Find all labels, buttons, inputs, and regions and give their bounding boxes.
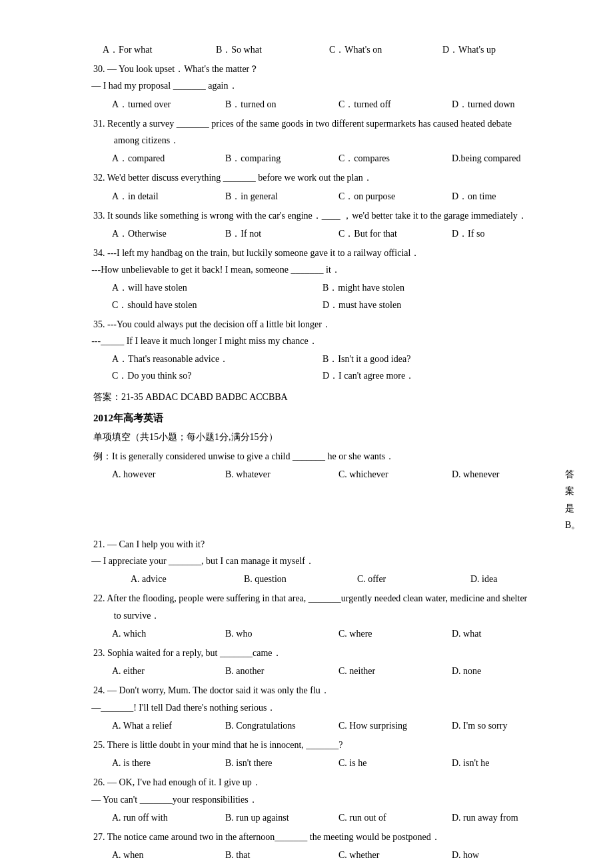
q22-options: A. which B. who C. where D. what: [93, 625, 533, 642]
question-27: 27. The notice came around two in the af…: [93, 829, 533, 863]
q27-optA: A. when: [112, 847, 225, 863]
q30-optC: C．turned off: [338, 96, 452, 113]
q23-optC: C. neither: [338, 663, 452, 679]
q21-optA: A. advice: [131, 571, 244, 587]
q26-optC: C. run out of: [338, 809, 452, 826]
question-24: 24. — Don't worry, Mum. The doctor said …: [93, 682, 533, 734]
example-optC: C. whichever: [338, 466, 452, 533]
q31-text: 31. Recently a survey _______ prices of …: [93, 115, 533, 149]
option-A-intro: A．For what: [103, 41, 216, 58]
option-C-intro: C．What's on: [329, 41, 442, 58]
q26-optD: D. run away from: [452, 809, 565, 826]
q31-optD: D.being compared: [452, 150, 565, 167]
q33-options: A．Otherwise B．If not C．But for that D．If…: [93, 225, 533, 242]
q24-line2: —_______! I'll tell Dad there's nothing …: [93, 699, 533, 716]
q30-optA: A．turned over: [112, 96, 225, 113]
answer-2135: 答案：21-35 ABDAC DCABD BADBC ACCBBA: [93, 389, 533, 405]
q34-optD: D．must have stolen: [322, 297, 533, 313]
q30-optB: B．turned on: [225, 96, 338, 113]
section-2012-subtitle: 单项填空（共15小题；每小题1分,满分15分）: [93, 429, 533, 445]
question-25: 25. There is little doubt in your mind t…: [93, 737, 533, 771]
q33-optB: B．If not: [225, 225, 338, 242]
question-22: 22. After the flooding, people were suff…: [93, 590, 533, 642]
q25-optD: D. isn't he: [452, 755, 565, 771]
q35-line2: ---_____ If I leave it much longer I mig…: [93, 333, 533, 349]
q21-options: A. advice B. question C. offer D. idea: [93, 571, 533, 587]
option-D-intro: D．What's up: [442, 41, 556, 58]
q30-options: A．turned over B．turned on C．turned off D…: [93, 96, 533, 113]
q34-optC: C．should have stolen: [112, 297, 322, 313]
q27-optD: D. how: [452, 847, 565, 863]
q31-optA: A．compared: [112, 150, 225, 167]
q30-line2: — I had my proposal _______ again．: [93, 77, 533, 94]
q32-optA: A．in detail: [112, 188, 225, 205]
question-31: 31. Recently a survey _______ prices of …: [93, 115, 533, 167]
q25-optA: A. is there: [112, 755, 225, 771]
q24-line1: 24. — Don't worry, Mum. The doctor said …: [93, 682, 533, 699]
q27-options: A. when B. that C. whether D. how: [93, 847, 533, 863]
q32-text: 32. We'd better discuss everything _____…: [93, 169, 533, 186]
question-30: 30. — You look upset．What's the matter？ …: [93, 61, 533, 113]
example-optA: A. however: [112, 466, 225, 533]
q22-optD: D. what: [452, 625, 565, 642]
q32-optD: D．on time: [452, 188, 565, 205]
q26-optA: A. run off with: [112, 809, 225, 826]
q25-optC: C. is he: [338, 755, 452, 771]
section-2012-title: 2012年高考英语: [93, 409, 533, 427]
example-options: A. however B. whatever C. whichever D. w…: [93, 466, 533, 533]
q21-optB: B. question: [244, 571, 357, 587]
question-32: 32. We'd better discuss everything _____…: [93, 169, 533, 204]
q34-optA: A．will have stolen: [112, 279, 322, 296]
q32-optC: C．on purpose: [338, 188, 452, 205]
example-text: 例：It is generally considered unwise to g…: [93, 448, 533, 465]
q24-options: A. What a relief B. Congratulations C. H…: [93, 717, 533, 734]
q33-text: 33. It sounds like something is wrong wi…: [93, 207, 533, 224]
q27-text: 27. The notice came around two in the af…: [93, 829, 533, 845]
question-35: 35. ---You could always put the decision…: [93, 316, 533, 385]
q31-optC: C．compares: [338, 150, 452, 167]
q25-options: A. is there B. isn't there C. is he D. i…: [93, 755, 533, 771]
q23-optB: B. another: [225, 663, 338, 679]
q27-optC: C. whether: [338, 847, 452, 863]
q23-optD: D. none: [452, 663, 565, 679]
question-23: 23. Sophia waited for a reply, but _____…: [93, 645, 533, 679]
q31-optB: B．comparing: [225, 150, 338, 167]
q33-optC: C．But for that: [338, 225, 452, 242]
q22-optA: A. which: [112, 625, 225, 642]
question-34: 34. ---I left my handbag on the train, b…: [93, 245, 533, 313]
q35-options: A．That's reasonable advice． B．Isn't it a…: [93, 351, 533, 384]
option-B-intro: B．So what: [216, 41, 329, 58]
q35-optA: A．That's reasonable advice．: [112, 351, 322, 367]
q22-optB: B. who: [225, 625, 338, 642]
q25-text: 25. There is little doubt in your mind t…: [93, 737, 533, 753]
example-optD: D. whenever: [452, 466, 565, 533]
q21-optC: C. offer: [357, 571, 470, 587]
example-optB: B. whatever: [225, 466, 338, 533]
q22-text: 22. After the flooding, people were suff…: [93, 590, 533, 623]
q26-optB: B. run up against: [225, 809, 338, 826]
q33-optA: A．Otherwise: [112, 225, 225, 242]
q21-line2: — I appreciate your _______, but I can m…: [93, 553, 533, 569]
q30-text: 30. — You look upset．What's the matter？: [93, 61, 533, 77]
q35-optD: D．I can't agree more．: [322, 367, 533, 384]
q26-line1: 26. — OK, I've had enough of it. I give …: [93, 774, 533, 791]
q23-options: A. either B. another C. neither D. none: [93, 663, 533, 679]
q23-text: 23. Sophia waited for a reply, but _____…: [93, 645, 533, 661]
q24-optC: C. How surprising: [338, 717, 452, 734]
q24-optB: B. Congratulations: [225, 717, 338, 734]
q22-optC: C. where: [338, 625, 452, 642]
q32-options: A．in detail B．in general C．on purpose D．…: [93, 188, 533, 205]
q35-optB: B．Isn't it a good idea?: [322, 351, 533, 367]
question-21: 21. — Can I help you with it? — I apprec…: [93, 536, 533, 588]
intro-options-row: A．For what B．So what C．What's on D．What'…: [93, 41, 533, 58]
q32-optB: B．in general: [225, 188, 338, 205]
q27-optB: B. that: [225, 847, 338, 863]
q26-options: A. run off with B. run up against C. run…: [93, 809, 533, 826]
q21-line1: 21. — Can I help you with it?: [93, 536, 533, 553]
question-26: 26. — OK, I've had enough of it. I give …: [93, 774, 533, 826]
q24-optD: D. I'm so sorry: [452, 717, 565, 734]
q31-options: A．compared B．comparing C．compares D.bein…: [93, 150, 533, 167]
q34-optB: B．might have stolen: [322, 279, 533, 296]
q34-line1: 34. ---I left my handbag on the train, b…: [93, 245, 533, 261]
q34-line2: ---How unbelievable to get it back! I me…: [93, 261, 533, 278]
